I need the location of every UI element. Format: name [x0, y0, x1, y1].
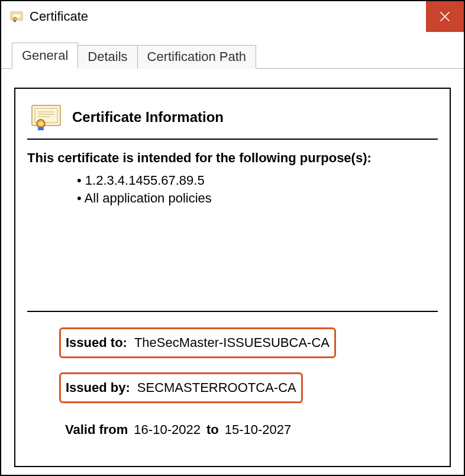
divider	[27, 139, 438, 140]
valid-to-value: 15-10-2027	[225, 422, 292, 438]
valid-from-label: Valid from	[65, 422, 128, 438]
svg-point-11	[39, 122, 43, 126]
cert-purpose-heading: This certificate is intended for the fol…	[27, 148, 438, 169]
tab-general[interactable]: General	[12, 43, 78, 69]
cert-info-title: Certificate Information	[72, 109, 224, 126]
cert-info-header: Certificate Information	[27, 99, 438, 139]
window-title: Certificate	[30, 9, 88, 24]
valid-to-label: to	[206, 422, 219, 438]
close-icon	[439, 11, 451, 22]
issued-to-value: TheSecMaster-ISSUESUBCA-CA	[134, 335, 330, 350]
issued-to-label: Issued to:	[66, 335, 127, 350]
validity-row: Valid from 16-10-2022 to 15-10-2027	[60, 417, 438, 442]
tab-strip: General Details Certification Path	[1, 32, 464, 69]
issued-by-value: SECMASTERROOTCA-CA	[137, 380, 296, 395]
issued-to-row: Issued to: TheSecMaster-ISSUESUBCA-CA	[59, 327, 336, 358]
cert-purpose-item: 1.2.3.4.1455.67.89.5	[77, 172, 438, 189]
valid-from-value: 16-10-2022	[134, 422, 201, 438]
issued-by-row: Issued by: SECMASTERROOTCA-CA	[59, 372, 303, 403]
title-bar-left: Certificate	[9, 9, 88, 24]
title-bar: Certificate	[1, 1, 464, 32]
tab-details[interactable]: Details	[78, 45, 137, 69]
close-button[interactable]	[426, 1, 464, 32]
cert-purpose-item: All application policies	[77, 189, 438, 207]
divider	[27, 311, 438, 312]
issued-by-label: Issued by:	[66, 380, 130, 395]
certificate-icon	[9, 9, 24, 24]
spacer	[27, 207, 438, 301]
certificate-info-panel: Certificate Information This certificate…	[14, 88, 451, 467]
tab-certification-path[interactable]: Certification Path	[138, 45, 257, 69]
cert-purpose-list: 1.2.3.4.1455.67.89.5 All application pol…	[27, 169, 438, 207]
tab-content: Certificate Information This certificate…	[1, 69, 464, 467]
certificate-large-icon	[31, 104, 62, 130]
